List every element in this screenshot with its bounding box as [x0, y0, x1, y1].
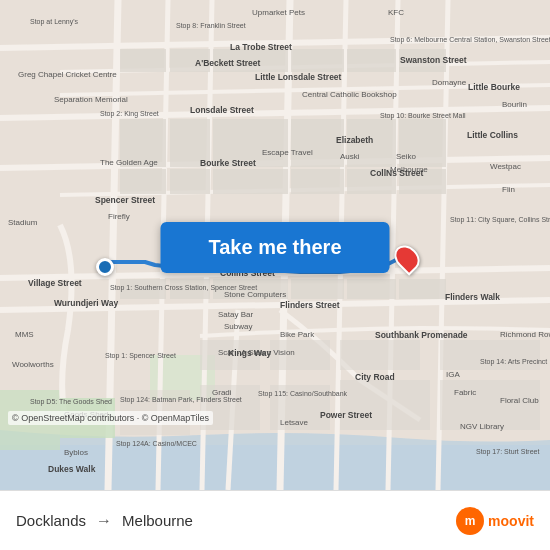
svg-rect-50: [340, 380, 430, 430]
route-from-label: Docklands: [16, 512, 86, 529]
svg-rect-39: [120, 279, 166, 299]
destination-marker: [396, 244, 418, 272]
svg-rect-33: [120, 169, 166, 194]
svg-rect-27: [291, 49, 344, 72]
svg-rect-51: [270, 385, 330, 430]
moovit-text: moovit: [488, 513, 534, 529]
svg-rect-25: [213, 49, 288, 72]
svg-rect-21: [120, 49, 166, 72]
svg-rect-22: [120, 119, 166, 167]
origin-marker: [96, 258, 114, 276]
svg-rect-49: [440, 380, 540, 430]
svg-rect-24: [170, 119, 210, 167]
svg-rect-30: [347, 119, 396, 167]
map-attribution: © OpenStreetMap contributors · © OpenMap…: [8, 411, 213, 425]
svg-rect-26: [213, 119, 288, 167]
take-me-there-button[interactable]: Take me there: [160, 222, 389, 273]
svg-rect-23: [170, 49, 210, 72]
svg-rect-36: [291, 169, 344, 194]
route-to-label: Melbourne: [122, 512, 193, 529]
map-container: La Trobe StreetBourke StreetCollins Stre…: [0, 0, 550, 490]
bottom-bar: Docklands → Melbourne m moovit: [0, 490, 550, 550]
svg-rect-48: [440, 340, 540, 370]
svg-rect-28: [291, 119, 344, 167]
svg-rect-31: [399, 49, 446, 72]
svg-rect-46: [270, 340, 330, 370]
svg-rect-41: [213, 279, 288, 299]
svg-rect-32: [399, 119, 446, 167]
svg-rect-44: [399, 279, 446, 299]
svg-rect-34: [170, 169, 210, 194]
svg-rect-42: [291, 279, 344, 299]
moovit-logo: m moovit: [456, 507, 534, 535]
svg-rect-37: [347, 169, 396, 194]
svg-rect-35: [213, 169, 288, 194]
svg-rect-45: [200, 340, 260, 370]
moovit-icon: m: [456, 507, 484, 535]
svg-rect-29: [347, 49, 396, 72]
svg-rect-43: [347, 279, 396, 299]
route-arrow-icon: →: [96, 512, 112, 530]
svg-rect-38: [399, 169, 446, 194]
svg-rect-40: [170, 279, 210, 299]
svg-rect-47: [340, 340, 420, 370]
